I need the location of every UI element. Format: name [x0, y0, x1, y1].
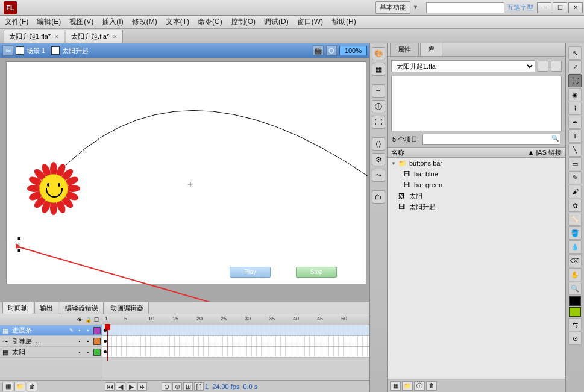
close-tab-icon[interactable]: ✕: [113, 34, 118, 40]
eyedropper-tool[interactable]: 💧: [568, 240, 582, 254]
col-linkage[interactable]: AS 链接: [538, 148, 562, 157]
menu-control[interactable]: 控制(O): [231, 17, 256, 27]
menu-insert[interactable]: 插入(I): [102, 17, 123, 27]
new-symbol-button[interactable]: ▦: [390, 381, 401, 391]
last-frame-button[interactable]: ⏭: [137, 382, 147, 391]
eraser-tool[interactable]: ⌫: [568, 254, 582, 267]
stop-button[interactable]: Stop: [296, 267, 337, 278]
hand-tool[interactable]: ✋: [568, 268, 582, 281]
close-button[interactable]: ✕: [568, 2, 583, 13]
tab-library[interactable]: 库: [420, 43, 442, 56]
onion-skin-button[interactable]: ⊙: [162, 382, 171, 391]
new-library-icon[interactable]: [551, 61, 562, 72]
menu-commands[interactable]: 命令(C): [198, 17, 222, 27]
subselection-tool[interactable]: ↗: [568, 60, 582, 73]
delete-layer-button[interactable]: 🗑: [27, 382, 37, 391]
components-panel-icon[interactable]: ⚙: [372, 153, 385, 166]
modify-markers-button[interactable]: [·]: [194, 382, 204, 391]
tab-output[interactable]: 输出: [34, 302, 58, 314]
minimize-button[interactable]: —: [537, 2, 551, 13]
play-button[interactable]: Play: [230, 267, 271, 278]
info-panel-icon[interactable]: ⓘ: [372, 100, 385, 113]
delete-button[interactable]: 🗑: [426, 381, 437, 391]
snap-to-objects-icon[interactable]: ⊙: [568, 332, 582, 345]
tab-compiler-errors[interactable]: 编译器错误: [60, 302, 104, 314]
menu-file[interactable]: 文件(F): [5, 17, 28, 27]
doc-tab-1[interactable]: 太阳升起.fla*✕: [66, 30, 123, 43]
edit-symbol-icon[interactable]: ⬡: [326, 45, 337, 56]
tab-properties[interactable]: 属性: [390, 43, 419, 56]
menu-text[interactable]: 文本(T): [166, 17, 189, 27]
onion-skin-outlines-button[interactable]: ⊚: [172, 382, 182, 391]
maximize-button[interactable]: ☐: [553, 2, 567, 13]
workspace-dropdown-icon[interactable]: ▼: [413, 4, 420, 11]
frame-row[interactable]: [102, 325, 369, 336]
menu-window[interactable]: 窗口(W): [297, 17, 323, 27]
swap-colors-icon[interactable]: ⇆: [568, 318, 582, 331]
project-panel-icon[interactable]: 🗀: [372, 190, 385, 204]
tab-motion-editor[interactable]: 动画编辑器: [105, 302, 149, 314]
stroke-color[interactable]: [569, 296, 581, 306]
outline-icon[interactable]: ☐: [92, 317, 101, 323]
layer-row[interactable]: ⤳引导层: ...••: [0, 336, 102, 347]
transform-panel-icon[interactable]: ⛶: [372, 116, 385, 129]
new-layer-button[interactable]: ▦: [2, 382, 13, 391]
close-tab-icon[interactable]: ✕: [54, 34, 59, 40]
menu-debug[interactable]: 调试(D): [264, 17, 289, 27]
library-item[interactable]: 🖼太阳: [388, 190, 565, 201]
layer-row[interactable]: ▦太阳••: [0, 347, 102, 358]
menu-view[interactable]: 视图(V): [69, 17, 93, 27]
frame-row[interactable]: [102, 336, 369, 347]
align-panel-icon[interactable]: ⫟: [372, 84, 385, 98]
code-snippets-icon[interactable]: ⟨⟩: [372, 137, 385, 151]
doc-tab-0[interactable]: 太阳升起1.fla*✕: [4, 30, 64, 43]
pin-library-icon[interactable]: [538, 61, 548, 72]
first-frame-button[interactable]: ⏮: [105, 382, 115, 391]
zoom-level[interactable]: 100%: [339, 46, 367, 55]
stage-area[interactable]: + ■○■ Play Stop: [0, 58, 369, 302]
prev-frame-button[interactable]: ◀: [116, 382, 125, 391]
menu-edit[interactable]: 编辑(E): [37, 17, 61, 27]
col-name[interactable]: 名称: [391, 148, 527, 157]
workspace-switcher[interactable]: 基本功能: [375, 1, 410, 14]
menu-help[interactable]: 帮助(H): [331, 17, 356, 27]
library-item[interactable]: 🎞bar green: [388, 179, 565, 190]
3d-rotation-tool[interactable]: ◉: [568, 88, 582, 101]
library-item[interactable]: ▼📁buttons bar: [388, 158, 565, 169]
library-item[interactable]: 🎞bar blue: [388, 169, 565, 179]
search-input[interactable]: [426, 2, 504, 13]
swatches-panel-icon[interactable]: ▦: [372, 63, 385, 76]
edit-multiple-frames-button[interactable]: ⊞: [183, 382, 193, 391]
edit-scene-icon[interactable]: 🎬: [313, 45, 324, 56]
tab-timeline[interactable]: 时间轴: [2, 302, 33, 314]
stage[interactable]: + ■○■ Play Stop: [6, 61, 366, 284]
color-panel-icon[interactable]: 🎨: [372, 47, 385, 60]
symbol-crumb[interactable]: 太阳升起: [51, 46, 89, 55]
frames-area[interactable]: 1 5 10 15 20 25 30 35 40 45 50: [102, 314, 369, 392]
library-search[interactable]: [422, 134, 560, 145]
new-folder-button[interactable]: 📁: [402, 381, 413, 391]
pencil-tool[interactable]: ✎: [568, 171, 582, 184]
menu-modify[interactable]: 修改(M): [132, 17, 157, 27]
selection-handle[interactable]: ■○■: [17, 235, 20, 254]
bone-tool[interactable]: 🦴: [568, 213, 582, 226]
sun-symbol[interactable]: [30, 164, 78, 213]
pen-tool[interactable]: ✒: [568, 116, 582, 129]
library-item[interactable]: 🎞太阳升起: [388, 201, 565, 212]
lock-icon[interactable]: 🔒: [84, 317, 92, 323]
next-frame-button[interactable]: ▶: [127, 382, 136, 391]
lasso-tool[interactable]: ⌇: [568, 102, 582, 115]
motion-presets-icon[interactable]: ⤳: [372, 169, 385, 182]
paint-bucket-tool[interactable]: 🪣: [568, 226, 582, 240]
scene-crumb[interactable]: 场景 1: [16, 46, 45, 55]
back-button[interactable]: ⇦: [2, 45, 13, 56]
playhead[interactable]: [107, 325, 108, 361]
library-file-select[interactable]: 太阳升起1.fla: [391, 60, 535, 72]
visibility-icon[interactable]: 👁: [75, 317, 84, 323]
layer-row[interactable]: ▦进度条✎••: [0, 325, 102, 336]
line-tool[interactable]: ╲: [568, 143, 582, 157]
zoom-tool[interactable]: 🔍: [568, 282, 582, 295]
properties-button[interactable]: ⓘ: [414, 381, 425, 391]
free-transform-tool[interactable]: ⛶: [568, 74, 582, 87]
new-folder-button[interactable]: 📁: [14, 382, 25, 391]
